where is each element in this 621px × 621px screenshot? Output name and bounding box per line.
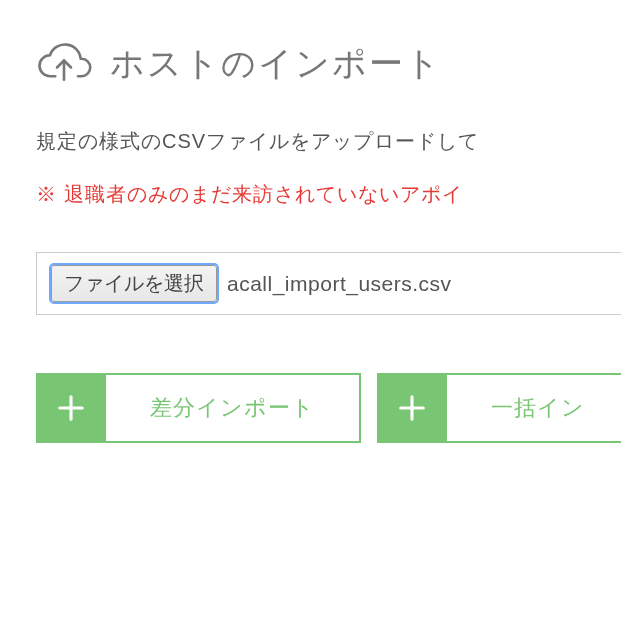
cloud-upload-icon	[36, 36, 92, 92]
page-title: ホストのインポート	[110, 41, 442, 87]
page-header: ホストのインポート	[36, 36, 621, 92]
diff-import-button[interactable]: 差分インポート	[36, 373, 361, 443]
plus-icon	[377, 373, 447, 443]
file-input-row: ファイルを選択 acall_import_users.csv	[36, 252, 621, 315]
file-select-button[interactable]: ファイルを選択	[51, 265, 217, 302]
description-text: 規定の様式のCSVファイルをアップロードして	[36, 128, 621, 155]
import-button-row: 差分インポート 一括イン	[36, 373, 621, 443]
bulk-import-label: 一括イン	[447, 373, 621, 443]
warning-text: ※ 退職者のみのまだ来訪されていないアポイ	[36, 181, 621, 208]
plus-icon	[36, 373, 106, 443]
selected-file-name: acall_import_users.csv	[227, 272, 452, 296]
bulk-import-button[interactable]: 一括イン	[377, 373, 621, 443]
diff-import-label: 差分インポート	[106, 373, 361, 443]
